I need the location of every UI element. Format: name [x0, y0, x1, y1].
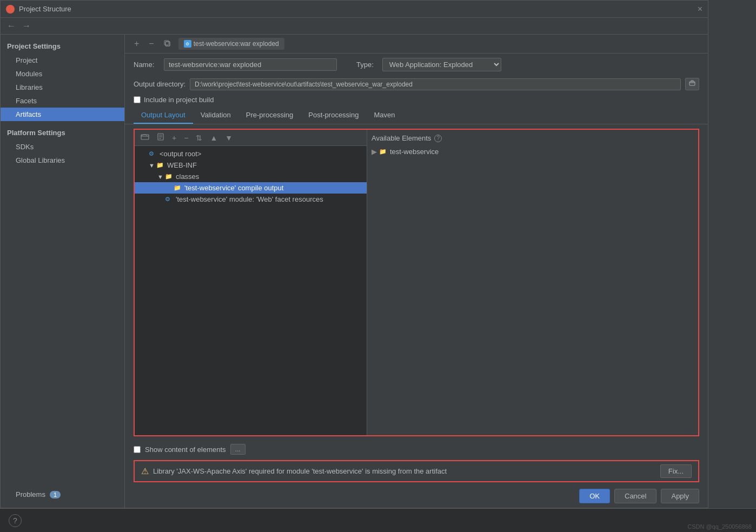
- artifact-tab[interactable]: ⚙ test-webservice:war exploded: [178, 38, 284, 50]
- tree-node-classes[interactable]: ▼ 📁 classes: [135, 171, 367, 182]
- outdir-input[interactable]: [190, 78, 681, 90]
- title-bar: Project Structure ×: [1, 1, 708, 18]
- tree-show-dir-button[interactable]: [138, 132, 152, 143]
- window-title: Project Structure: [19, 5, 698, 13]
- show-content-row: Show content of elements ...: [125, 441, 708, 458]
- project-structure-dialog: Project Structure × ← → Project Settings…: [0, 0, 708, 508]
- sidebar-item-facets[interactable]: Facets: [1, 94, 124, 108]
- facet-resources-icon: ⚙: [165, 196, 174, 203]
- sidebar: Project Settings Project Modules Librari…: [1, 35, 125, 508]
- fix-button[interactable]: Fix...: [660, 464, 692, 478]
- compile-output-icon: 📁: [174, 184, 182, 192]
- tree-remove-button[interactable]: −: [181, 132, 191, 143]
- copy-artifact-button[interactable]: [161, 39, 174, 49]
- tree-down-button[interactable]: ▼: [222, 132, 235, 143]
- tab-validation[interactable]: Validation: [193, 107, 238, 124]
- artifact-header: + − ⚙ test-webservice:war exploded: [125, 35, 708, 54]
- available-panel: Available Elements ? ▶ 📁 test-webservice: [367, 130, 698, 435]
- warning-bar: ⚠ Library 'JAX-WS-Apache Axis' required …: [134, 460, 699, 482]
- forward-button[interactable]: →: [20, 20, 33, 32]
- content-area: Project Settings Project Modules Librari…: [1, 35, 708, 508]
- tabs-row: Output Layout Validation Pre-processing …: [125, 107, 708, 124]
- type-label: Type:: [356, 61, 374, 69]
- sidebar-item-sdks[interactable]: SDKs: [1, 140, 124, 154]
- sidebar-item-artifacts[interactable]: Artifacts: [1, 108, 124, 121]
- name-input[interactable]: [164, 58, 337, 71]
- warning-icon: ⚠: [141, 466, 149, 476]
- tree-node-compile-output[interactable]: 📁 'test-webservice' compile output: [135, 182, 367, 194]
- svg-rect-3: [689, 82, 695, 85]
- test-webservice-icon: 📁: [379, 148, 388, 156]
- watermark: CSDN @qq_250056868: [687, 523, 752, 530]
- type-select[interactable]: Web Application: Exploded: [382, 58, 501, 71]
- tree-show-file-button[interactable]: [154, 132, 167, 143]
- remove-artifact-button[interactable]: −: [146, 38, 156, 50]
- ok-button[interactable]: OK: [579, 489, 610, 503]
- window-icon: [6, 5, 15, 14]
- svg-rect-2: [164, 41, 169, 45]
- name-type-row: Name: Type: Web Application: Exploded: [125, 54, 708, 76]
- tab-output-layout[interactable]: Output Layout: [134, 107, 193, 124]
- show-content-checkbox[interactable]: [134, 446, 141, 453]
- tab-pre-processing[interactable]: Pre-processing: [238, 107, 301, 124]
- dialog-buttons: OK Cancel Apply: [125, 484, 708, 508]
- taskbar: ?: [0, 508, 756, 532]
- outdir-label: Output directory:: [134, 80, 185, 88]
- available-expand-arrow[interactable]: ▶: [372, 148, 377, 156]
- project-settings-header: Project Settings: [1, 39, 124, 54]
- tree-up-button[interactable]: ▲: [207, 132, 220, 143]
- more-button[interactable]: ...: [230, 444, 246, 455]
- svg-point-0: [8, 7, 12, 11]
- problems-badge: 1: [50, 491, 61, 498]
- show-content-label: Show content of elements: [145, 445, 226, 454]
- cancel-button[interactable]: Cancel: [614, 489, 656, 503]
- tab-maven[interactable]: Maven: [366, 107, 402, 124]
- artifact-tab-icon: ⚙: [184, 40, 191, 48]
- tree-sort-button[interactable]: ⇅: [193, 132, 205, 143]
- tab-post-processing[interactable]: Post-processing: [301, 107, 366, 124]
- include-checkbox[interactable]: [134, 96, 141, 103]
- sidebar-item-problems[interactable]: Problems 1: [1, 488, 124, 501]
- web-inf-icon: 📁: [156, 162, 165, 169]
- main-split: + − ⇅ ▲ ▼ ⚙ <output root>: [134, 129, 699, 436]
- browse-button[interactable]: [685, 78, 699, 90]
- add-artifact-button[interactable]: +: [131, 38, 142, 50]
- sidebar-item-libraries[interactable]: Libraries: [1, 81, 124, 94]
- right-panel: + − ⚙ test-webservice:war exploded Name:: [125, 35, 708, 508]
- include-label: Include in project build: [144, 96, 214, 104]
- available-elements-header: Available Elements ?: [372, 134, 694, 142]
- outdir-row: Output directory:: [125, 76, 708, 92]
- sidebar-item-project[interactable]: Project: [1, 54, 124, 67]
- available-tree: ▶ 📁 test-webservice: [372, 145, 694, 158]
- warning-message: Library 'JAX-WS-Apache Axis' required fo…: [153, 467, 656, 475]
- artifact-tab-label: test-webservice:war exploded: [194, 40, 279, 48]
- sidebar-item-modules[interactable]: Modules: [1, 67, 124, 81]
- tree-panel: + − ⇅ ▲ ▼ ⚙ <output root>: [135, 130, 367, 435]
- classes-icon: 📁: [165, 173, 174, 181]
- apply-button[interactable]: Apply: [661, 489, 699, 503]
- tree-node-output-root[interactable]: ⚙ <output root>: [135, 148, 367, 159]
- nav-bar: ← →: [1, 18, 708, 35]
- platform-settings-header: Platform Settings: [1, 125, 124, 140]
- tree-toolbar: + − ⇅ ▲ ▼: [135, 130, 367, 146]
- svg-rect-1: [165, 42, 170, 46]
- tree-node-facet-resources[interactable]: ⚙ 'test-webservice' module: 'Web' facet …: [135, 194, 367, 205]
- help-icon[interactable]: ?: [434, 135, 442, 142]
- tree-add-button[interactable]: +: [169, 132, 179, 143]
- include-row: Include in project build: [125, 92, 708, 107]
- tree-content: ⚙ <output root> ▼ 📁 WEB-INF: [135, 146, 367, 435]
- close-button[interactable]: ×: [698, 4, 702, 14]
- back-button[interactable]: ←: [5, 20, 18, 32]
- output-root-icon: ⚙: [149, 150, 157, 158]
- name-label: Name:: [134, 61, 155, 69]
- help-button[interactable]: ?: [9, 514, 22, 527]
- sidebar-item-global-libraries[interactable]: Global Libraries: [1, 154, 124, 167]
- tree-node-web-inf[interactable]: ▼ 📁 WEB-INF: [135, 159, 367, 171]
